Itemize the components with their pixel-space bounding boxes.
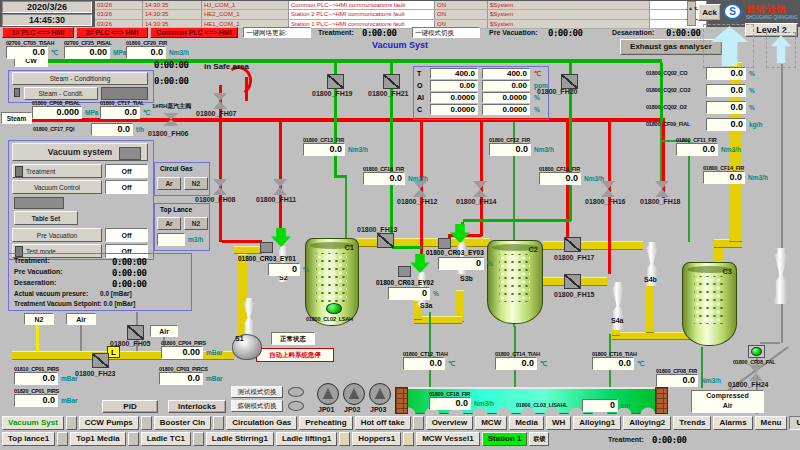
nav-tab-alarms[interactable]: Alarms [713, 416, 752, 430]
treatment-button[interactable]: Treatment [12, 164, 102, 178]
valve-fh23-icon[interactable] [92, 353, 109, 368]
nav-tab-top-lance1[interactable]: Top lance1 [2, 432, 55, 446]
valve-fh20-icon[interactable] [561, 74, 578, 89]
top-lance-ar-button[interactable]: Ar [157, 217, 181, 230]
pump-jp03-icon[interactable] [369, 383, 391, 405]
pump-jp01-icon[interactable] [317, 383, 339, 405]
nav-tab-ladle-stirring1[interactable]: Ladle Stirring1 [206, 432, 274, 446]
nav-tab-hot-off-take[interactable]: Hot off take [355, 416, 411, 430]
logo-subtext: SHOUGANG QIANGANG [746, 15, 798, 20]
ack-button[interactable]: Ack [698, 4, 721, 21]
time-display: 14:45:30 [2, 14, 92, 26]
readout-cp03-unit: mBar [206, 375, 223, 382]
panel-desaer-label: Desaeration: [14, 279, 56, 286]
alarm-row[interactable]: 03/2614:30:35HJ_COM_1Common PLC-->HMI co… [95, 1, 686, 10]
alarm-row[interactable]: 03/2614:30:35HE2_COM_1Station 2 PLC-->HM… [95, 10, 686, 19]
nav-tab-station-1[interactable]: Station 1 [482, 432, 528, 446]
pipe [646, 281, 654, 333]
nav-treatment-label: Treatment: [608, 436, 644, 443]
nav-tab-media[interactable]: Media [509, 416, 544, 430]
steam-conditioning-button[interactable]: Steam - Conditioning [12, 72, 148, 85]
pipe [612, 332, 690, 340]
readout-cq_co2-tag: 01800_CQ02_CO2 [646, 87, 690, 93]
analysis-unit: % [534, 106, 540, 113]
pid-button[interactable]: PID [102, 400, 158, 413]
nav-tab-mcw-vessel1[interactable]: MCW Vessel1 [416, 432, 480, 446]
panel-desaer-value: 0:00:00 [112, 279, 146, 289]
n2-supply-label[interactable]: N2 [24, 313, 54, 325]
nav-tab-spacer[interactable] [141, 416, 152, 430]
interlocks-button[interactable]: Interlocks [168, 400, 226, 413]
nav-tab-spacer[interactable] [193, 432, 204, 446]
nav-tab-spacer[interactable] [413, 416, 424, 430]
nav-tab-alloying2[interactable]: Alloying2 [623, 416, 671, 430]
plc-common-status-button[interactable]: Common PLC <=> HMI [150, 27, 238, 38]
s4b-label: S4b [644, 276, 657, 283]
nav-tab-alloying1[interactable]: Alloying1 [573, 416, 621, 430]
vacuum-system-title-text: Vacuum system [48, 147, 112, 157]
nav-tab-overview[interactable]: Overview [426, 416, 474, 430]
nav-tab-preheating[interactable]: Preheating [299, 416, 352, 430]
vacuum-system-title: Vacuum system [12, 143, 148, 161]
air-supply-label-2[interactable]: Air [150, 325, 178, 337]
nav-tab-top1-media[interactable]: Top1 Media [70, 432, 125, 446]
nav-tab-spacer[interactable] [403, 432, 414, 446]
nav-tab-vacuum-syst[interactable]: Vacuum Syst [2, 416, 64, 430]
valve-fh05-icon[interactable] [127, 325, 144, 340]
air-supply-label[interactable]: Air [66, 313, 96, 325]
plc2-status-button[interactable]: 2# PLC <=> HMI [76, 27, 148, 38]
user-box: User:ic [789, 416, 800, 430]
nav-tab-circulation-gas[interactable]: Circulation Gas [226, 416, 297, 430]
nav-tab-hoppers1[interactable]: Hoppers1 [352, 432, 401, 446]
nav-tab-ladle-tc1[interactable]: Ladle TC1 [141, 432, 191, 446]
alarm-scrollbar[interactable]: ▲▼ [687, 1, 696, 26]
valve-fh19-label: 01800_FH19 [312, 90, 352, 97]
readout-cp08-unit: MPa [85, 109, 98, 116]
valve-fh15-icon[interactable] [564, 274, 581, 289]
plc1-status-button[interactable]: 1# PLC <=> HMI [2, 27, 74, 38]
readout-cf15-value: 0.0 [539, 172, 581, 185]
valve-fh17-label: 01800_FH17 [554, 254, 594, 261]
nav-tab-booster-cln[interactable]: Booster Cln [154, 416, 211, 430]
tank-brick-left [395, 387, 408, 414]
nav-tab-spacer[interactable] [66, 416, 77, 430]
top-lance-flow-input[interactable] [157, 233, 185, 246]
valve-fh17-icon[interactable] [564, 237, 581, 252]
nav-tab-mcw[interactable]: MCW [475, 416, 507, 430]
pump-jp02-icon[interactable] [343, 383, 365, 405]
top-lance-n2-button[interactable]: N2 [184, 217, 208, 230]
pre-vacuation-button[interactable]: Pre Vacuation [12, 228, 102, 242]
circul-gas-n2-button[interactable]: N2 [184, 177, 208, 190]
nav-tab-spacer[interactable] [57, 432, 68, 446]
nav-tab-ladle-lifting1[interactable]: Ladle lifting1 [276, 432, 337, 446]
steel-mode-switch-button[interactable]: 炼钢模式切换 [231, 400, 283, 412]
nav-tab-menu[interactable]: Menu [755, 416, 788, 430]
circul-gas-ar-button[interactable]: Ar [157, 177, 181, 190]
valve-fh19-icon[interactable] [327, 74, 344, 89]
vessel-c2: C2 [487, 240, 543, 324]
nav-tab-spacer[interactable] [213, 416, 224, 430]
nav-tab-ccw-pumps[interactable]: CCW Pumps [79, 416, 139, 430]
pipe [543, 241, 643, 250]
table-set-button[interactable]: Table Set [14, 211, 78, 225]
jp01-label: JP01 [318, 406, 334, 413]
vacuum-control-button[interactable]: Vacuum Control [12, 180, 102, 194]
mode-switch-field[interactable]: 一键模式切换 [412, 27, 480, 38]
actual-vacuum-label: Actual vacuum presure: [14, 290, 88, 297]
readout-cp08-value: 0.000 [32, 106, 82, 119]
analysis-value-2: 0.0000 [482, 104, 530, 115]
valve-fh16-label: 01800_FH16 [585, 198, 625, 205]
readout-cf14-value: 0.0 [703, 171, 745, 184]
nav-tab-spacer[interactable] [128, 432, 139, 446]
network-update-field[interactable]: 一键网络更新: [243, 27, 311, 38]
nav-tab--[interactable]: 联锁 [529, 432, 549, 446]
nav-tab-trends[interactable]: Trends [673, 416, 711, 430]
readout-cq_co-tag: 01800_CQ02_CO [646, 70, 687, 76]
valve-fh13-icon[interactable] [377, 233, 394, 248]
readout-ey03-value: 0 [438, 257, 484, 270]
valve-fh21-icon[interactable] [383, 74, 400, 89]
nav-tab-wh[interactable]: WH [546, 416, 571, 430]
test-mode-switch-button[interactable]: 测试模式切换 [231, 386, 283, 398]
nav-tab-spacer[interactable] [339, 432, 350, 446]
steam-condit-button[interactable]: Steam - Condit. [24, 87, 98, 100]
